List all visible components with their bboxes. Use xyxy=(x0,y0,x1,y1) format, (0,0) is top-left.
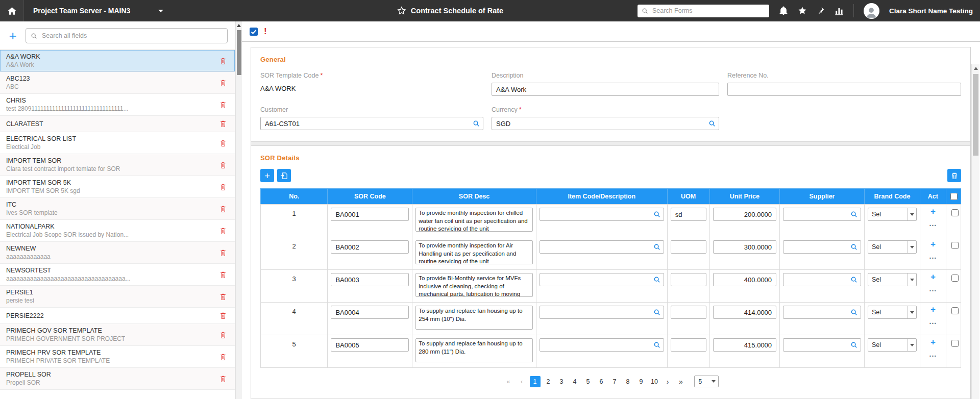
supplier-input[interactable] xyxy=(783,273,861,286)
save-form-button[interactable] xyxy=(249,27,258,36)
unit-price-input[interactable] xyxy=(713,306,777,319)
item-code-input[interactable] xyxy=(540,240,664,254)
delete-item-button[interactable] xyxy=(218,182,228,192)
list-item[interactable]: PERSIE1 persie test xyxy=(0,286,235,308)
page-button[interactable]: 7 xyxy=(609,376,620,387)
delete-item-button[interactable] xyxy=(218,56,228,66)
row-add-button[interactable]: + xyxy=(923,306,943,314)
supplier-input[interactable] xyxy=(783,338,861,352)
main-scrollbar[interactable] xyxy=(971,64,979,399)
page-button[interactable]: 5 xyxy=(583,376,594,387)
favorites-button[interactable] xyxy=(798,6,807,15)
sor-desc-textarea[interactable]: To provide monthly inspection for Air Ha… xyxy=(415,240,533,264)
page-button[interactable]: 9 xyxy=(636,376,647,387)
page-button[interactable]: 2 xyxy=(543,376,554,387)
list-item[interactable]: ITC Ives SOR template xyxy=(0,198,235,220)
currency-lookup-icon[interactable] xyxy=(708,120,716,127)
list-item[interactable]: NATIONALPARK Electrical Job Scope SOR is… xyxy=(0,220,235,242)
supplier-input[interactable] xyxy=(783,306,861,319)
brand-code-select[interactable]: Sel xyxy=(868,338,917,352)
row-add-button[interactable]: + xyxy=(923,208,943,216)
sor-code-input[interactable] xyxy=(331,208,409,221)
supplier-lookup-icon[interactable] xyxy=(850,243,857,251)
app-switcher[interactable]: Project Team Server - MAIN3 xyxy=(24,7,173,15)
delete-item-button[interactable] xyxy=(218,119,228,129)
delete-item-button[interactable] xyxy=(218,78,228,88)
reference-no-input[interactable] xyxy=(727,83,961,96)
supplier-lookup-icon[interactable] xyxy=(850,211,857,218)
supplier-lookup-icon[interactable] xyxy=(850,309,857,316)
delete-item-button[interactable] xyxy=(218,270,228,280)
list-item[interactable]: ELECTRICAL SOR LIST Electical Job xyxy=(0,132,235,154)
list-item[interactable]: A&A WORK A&A Work xyxy=(0,50,235,72)
row-more-button[interactable]: ... xyxy=(923,254,943,259)
list-item[interactable]: NEWSORTEST aaaaaaaaaaaaaaaaaaaaaaaaaaaaa… xyxy=(0,264,235,286)
sidebar-search-input[interactable] xyxy=(41,32,223,40)
supplier-input[interactable] xyxy=(783,240,861,254)
add-record-button[interactable]: + xyxy=(6,29,19,42)
notifications-button[interactable] xyxy=(779,6,788,15)
row-checkbox[interactable] xyxy=(951,242,959,249)
pinned-button[interactable] xyxy=(817,7,825,15)
sor-desc-textarea[interactable]: To provide monthly inspection for chille… xyxy=(415,208,533,232)
list-item[interactable]: ABC123 ABC xyxy=(0,72,235,94)
uom-input[interactable] xyxy=(671,273,706,286)
next-page-button[interactable]: › xyxy=(663,376,673,387)
home-button[interactable] xyxy=(0,0,23,21)
user-avatar[interactable] xyxy=(864,3,879,19)
page-size-select[interactable]: 5 xyxy=(694,376,719,387)
currency-input[interactable] xyxy=(492,117,719,130)
row-more-button[interactable]: ... xyxy=(923,221,943,226)
item-code-lookup-icon[interactable] xyxy=(653,341,660,348)
delete-item-button[interactable] xyxy=(218,352,228,362)
uom-input[interactable] xyxy=(671,306,706,319)
delete-selected-button[interactable] xyxy=(947,169,961,182)
scroll-up-button[interactable] xyxy=(972,64,979,72)
sor-desc-textarea[interactable]: To supply and replace fan housing up to … xyxy=(415,338,533,362)
brand-code-select[interactable]: Sel xyxy=(868,273,917,286)
favorite-star-icon[interactable] xyxy=(397,6,406,15)
alert-icon[interactable]: ! xyxy=(264,27,267,37)
delete-item-button[interactable] xyxy=(218,374,228,384)
item-code-input[interactable] xyxy=(540,208,664,221)
row-more-button[interactable]: ... xyxy=(923,286,943,291)
row-add-button[interactable]: + xyxy=(923,338,943,346)
page-button[interactable]: 6 xyxy=(596,376,607,387)
uom-input[interactable] xyxy=(671,338,706,352)
row-add-button[interactable]: + xyxy=(923,273,943,281)
uom-input[interactable] xyxy=(671,208,706,221)
uom-input[interactable] xyxy=(671,240,706,254)
delete-item-button[interactable] xyxy=(218,100,228,110)
page-button[interactable]: 4 xyxy=(570,376,580,387)
brand-code-select[interactable]: Sel xyxy=(868,208,917,221)
page-button[interactable]: 10 xyxy=(649,376,660,387)
sor-code-input[interactable] xyxy=(331,240,409,254)
unit-price-input[interactable] xyxy=(713,208,777,221)
sor-code-input[interactable] xyxy=(331,273,409,286)
first-page-button[interactable]: « xyxy=(503,376,514,387)
delete-item-button[interactable] xyxy=(218,248,228,258)
search-forms-input[interactable] xyxy=(651,7,765,15)
delete-item-button[interactable] xyxy=(218,330,228,340)
list-item[interactable]: IMPORT TEM SOR 5K IMPORT TEM SOR 5K sgd xyxy=(0,176,235,198)
supplier-input[interactable] xyxy=(783,208,861,221)
page-button[interactable]: 3 xyxy=(556,376,567,387)
import-sor-button[interactable] xyxy=(277,169,291,182)
add-sor-row-button[interactable]: + xyxy=(260,169,274,182)
delete-item-button[interactable] xyxy=(218,160,228,170)
delete-item-button[interactable] xyxy=(218,204,228,214)
row-more-button[interactable]: ... xyxy=(923,352,943,357)
brand-code-select[interactable]: Sel xyxy=(868,306,917,319)
row-more-button[interactable]: ... xyxy=(923,319,943,324)
unit-price-input[interactable] xyxy=(713,273,777,286)
item-code-input[interactable] xyxy=(540,338,664,352)
list-item[interactable]: PRIMECH PRV SOR TEMPLATE PRIMECH PRIVATE… xyxy=(0,346,235,368)
item-code-lookup-icon[interactable] xyxy=(653,276,660,283)
list-item[interactable]: PERSIE2222 xyxy=(0,308,235,324)
sidebar-scrollbar[interactable] xyxy=(235,21,242,399)
select-all-checkbox[interactable] xyxy=(950,193,958,200)
scrollbar-thumb[interactable] xyxy=(237,30,241,75)
customer-lookup-icon[interactable] xyxy=(473,120,480,127)
list-item[interactable]: IMPORT TEM SOR Clara test contract impor… xyxy=(0,154,235,176)
row-checkbox[interactable] xyxy=(951,340,959,347)
